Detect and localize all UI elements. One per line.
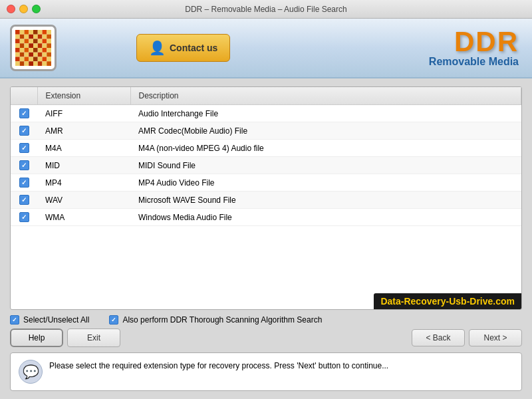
row-checkbox[interactable]: ✓	[19, 178, 29, 188]
row-extension: AMR	[37, 122, 130, 140]
row-extension: MP4	[37, 174, 130, 192]
row-checkbox[interactable]: ✓	[19, 108, 29, 118]
minimize-button[interactable]	[19, 5, 28, 13]
watermark-text: Data-Recovery-Usb-Drive.com	[380, 296, 515, 307]
file-table: Extension Description ✓ AIFF Audio Inter…	[11, 87, 521, 226]
main-content: Extension Description ✓ AIFF Audio Inter…	[0, 78, 532, 399]
table-row[interactable]: ✓ M4A M4A (non-video MPEG 4) Audio file	[11, 140, 521, 157]
maximize-button[interactable]	[32, 5, 41, 13]
row-extension: AIFF	[37, 105, 130, 122]
next-button[interactable]: Next >	[469, 329, 522, 346]
row-check-cell[interactable]: ✓	[11, 140, 37, 157]
right-buttons: < Back Next >	[412, 329, 522, 346]
exit-button[interactable]: Exit	[67, 329, 120, 347]
col-check	[11, 87, 37, 105]
row-checkbox[interactable]: ✓	[19, 212, 29, 222]
info-panel: 💬 Please select the required extension t…	[10, 352, 522, 391]
row-check-cell[interactable]: ✓	[11, 209, 37, 226]
row-description: Audio Interchange File	[130, 105, 521, 122]
buttons-row: Help Exit < Back Next >	[10, 329, 522, 347]
row-checkbox[interactable]: ✓	[19, 143, 29, 153]
ddr-title: DDR	[429, 28, 519, 56]
table-row[interactable]: ✓ AMR AMR Codec(Mobile Audio) File	[11, 122, 521, 140]
contact-button[interactable]: 👤 Contact us	[136, 34, 230, 62]
col-description: Description	[130, 87, 521, 105]
header: 👤 Contact us DDR Removable Media	[0, 19, 532, 78]
ddr-subtitle: Removable Media	[429, 56, 519, 68]
contact-label: Contact us	[170, 43, 217, 53]
help-button[interactable]: Help	[10, 329, 63, 347]
row-description: Windows Media Audio File	[130, 209, 521, 226]
table-row[interactable]: ✓ AIFF Audio Interchange File	[11, 105, 521, 122]
row-description: MIDI Sound File	[130, 157, 521, 174]
row-checkbox[interactable]: ✓	[19, 126, 29, 136]
thorough-scan-option[interactable]: ✓ Also perform DDR Thorough Scanning Alg…	[109, 315, 322, 325]
row-check-cell[interactable]: ✓	[11, 174, 37, 192]
app-logo	[10, 25, 57, 71]
row-check-cell[interactable]: ✓	[11, 122, 37, 140]
row-check-cell[interactable]: ✓	[11, 157, 37, 174]
table-row[interactable]: ✓ WMA Windows Media Audio File	[11, 209, 521, 226]
table-row[interactable]: ✓ WAV Microsoft WAVE Sound File	[11, 192, 521, 209]
select-all-checkbox[interactable]: ✓	[10, 315, 19, 325]
row-extension: M4A	[37, 140, 130, 157]
left-buttons: Help Exit	[10, 329, 120, 347]
row-checkbox[interactable]: ✓	[19, 195, 29, 205]
row-description: M4A (non-video MPEG 4) Audio file	[130, 140, 521, 157]
row-description: Microsoft WAVE Sound File	[130, 192, 521, 209]
row-extension: WMA	[37, 209, 130, 226]
table-row[interactable]: ✓ MID MIDI Sound File	[11, 157, 521, 174]
watermark: Data-Recovery-Usb-Drive.com	[374, 293, 521, 309]
thorough-scan-label: Also perform DDR Thorough Scanning Algor…	[122, 315, 322, 325]
info-text: Please select the required extension typ…	[49, 360, 388, 372]
close-button[interactable]	[7, 5, 15, 13]
select-all-label: Select/Unselect All	[23, 315, 89, 325]
row-check-cell[interactable]: ✓	[11, 105, 37, 122]
options-row: ✓ Select/Unselect All ✓ Also perform DDR…	[10, 315, 522, 325]
select-all-option[interactable]: ✓ Select/Unselect All	[10, 315, 89, 325]
title-bar: DDR – Removable Media – Audio File Searc…	[0, 0, 532, 19]
contact-icon: 👤	[149, 40, 166, 56]
window-title: DDR – Removable Media – Audio File Searc…	[185, 5, 346, 14]
row-description: MP4 Audio Video File	[130, 174, 521, 192]
row-description: AMR Codec(Mobile Audio) File	[130, 122, 521, 140]
col-extension: Extension	[37, 87, 130, 105]
back-button[interactable]: < Back	[412, 329, 465, 346]
table-header-row: Extension Description	[11, 87, 521, 105]
row-checkbox[interactable]: ✓	[19, 160, 29, 170]
row-check-cell[interactable]: ✓	[11, 192, 37, 209]
table-row[interactable]: ✓ MP4 MP4 Audio Video File	[11, 174, 521, 192]
file-table-wrapper: Extension Description ✓ AIFF Audio Inter…	[10, 86, 522, 310]
ddr-logo: DDR Removable Media	[429, 28, 519, 68]
row-extension: WAV	[37, 192, 130, 209]
row-extension: MID	[37, 157, 130, 174]
chat-icon: 💬	[19, 360, 43, 384]
bottom-controls: ✓ Select/Unselect All ✓ Also perform DDR…	[10, 315, 522, 347]
window-controls[interactable]	[7, 5, 41, 13]
thorough-scan-checkbox[interactable]: ✓	[109, 315, 118, 325]
